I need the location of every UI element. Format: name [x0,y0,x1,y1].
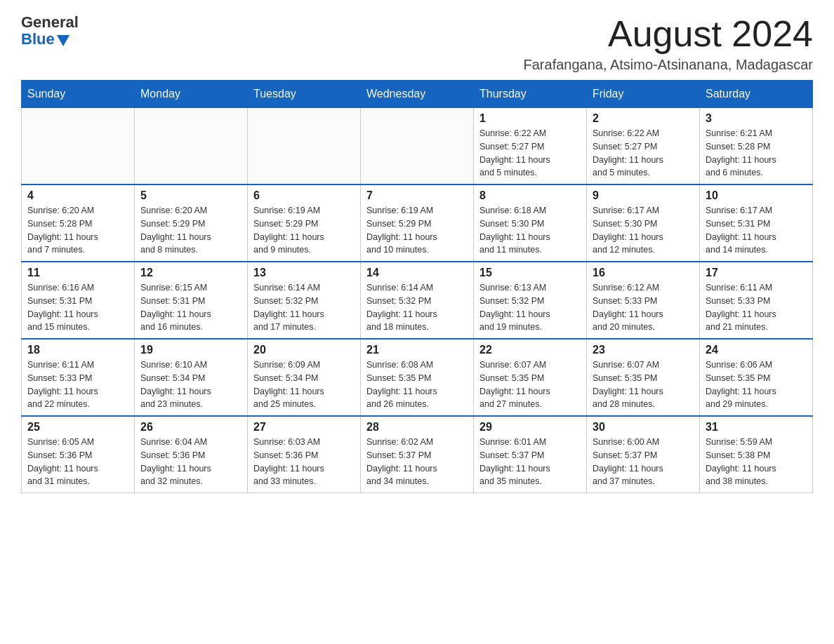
calendar-week-row: 4Sunrise: 6:20 AMSunset: 5:28 PMDaylight… [22,185,813,262]
calendar-day-cell: 23Sunrise: 6:07 AMSunset: 5:35 PMDayligh… [587,339,700,416]
day-info: Sunrise: 6:13 AMSunset: 5:32 PMDaylight:… [479,281,581,334]
calendar-day-cell: 30Sunrise: 6:00 AMSunset: 5:37 PMDayligh… [587,416,700,493]
day-number: 29 [479,421,581,434]
calendar-week-row: 25Sunrise: 6:05 AMSunset: 5:36 PMDayligh… [22,416,813,493]
calendar-day-cell: 17Sunrise: 6:11 AMSunset: 5:33 PMDayligh… [700,262,813,339]
day-info: Sunrise: 6:17 AMSunset: 5:31 PMDaylight:… [706,204,807,257]
day-of-week-header: Saturday [700,81,813,108]
day-number: 10 [706,189,807,202]
page-header: General Blue August 2024 Farafangana, At… [21,14,813,73]
calendar-day-cell: 3Sunrise: 6:21 AMSunset: 5:28 PMDaylight… [700,108,813,185]
calendar-day-cell [361,108,474,185]
calendar-day-cell: 29Sunrise: 6:01 AMSunset: 5:37 PMDayligh… [474,416,587,493]
calendar-day-cell: 27Sunrise: 6:03 AMSunset: 5:36 PMDayligh… [248,416,361,493]
calendar-day-cell [248,108,361,185]
day-number: 6 [253,189,355,202]
day-of-week-header: Friday [587,81,700,108]
day-number: 16 [593,267,694,279]
calendar-header-row: SundayMondayTuesdayWednesdayThursdayFrid… [22,81,813,108]
day-info: Sunrise: 6:01 AMSunset: 5:37 PMDaylight:… [479,436,581,488]
day-info: Sunrise: 6:05 AMSunset: 5:36 PMDaylight:… [27,436,128,488]
day-info: Sunrise: 6:11 AMSunset: 5:33 PMDaylight:… [27,358,128,411]
calendar-day-cell: 5Sunrise: 6:20 AMSunset: 5:29 PMDaylight… [135,185,248,262]
day-info: Sunrise: 6:15 AMSunset: 5:31 PMDaylight:… [140,281,241,334]
calendar-day-cell: 2Sunrise: 6:22 AMSunset: 5:27 PMDaylight… [587,108,700,185]
calendar-day-cell: 20Sunrise: 6:09 AMSunset: 5:34 PMDayligh… [248,339,361,416]
day-of-week-header: Thursday [474,81,587,108]
calendar-day-cell: 28Sunrise: 6:02 AMSunset: 5:37 PMDayligh… [361,416,474,493]
day-number: 4 [27,189,128,202]
day-number: 28 [366,421,468,434]
day-number: 11 [27,267,128,279]
day-info: Sunrise: 6:06 AMSunset: 5:35 PMDaylight:… [706,358,807,411]
day-info: Sunrise: 6:16 AMSunset: 5:31 PMDaylight:… [27,281,128,334]
day-number: 13 [253,267,355,279]
day-info: Sunrise: 6:20 AMSunset: 5:28 PMDaylight:… [27,204,128,257]
day-number: 3 [706,112,807,125]
calendar-day-cell: 19Sunrise: 6:10 AMSunset: 5:34 PMDayligh… [135,339,248,416]
day-number: 17 [706,267,807,279]
day-number: 27 [253,421,355,434]
day-of-week-header: Monday [135,81,248,108]
day-number: 12 [140,267,241,279]
day-info: Sunrise: 6:17 AMSunset: 5:30 PMDaylight:… [593,204,694,257]
calendar-day-cell: 24Sunrise: 6:06 AMSunset: 5:35 PMDayligh… [700,339,813,416]
day-number: 8 [479,189,581,202]
day-number: 7 [366,189,468,202]
calendar-day-cell: 15Sunrise: 6:13 AMSunset: 5:32 PMDayligh… [474,262,587,339]
day-info: Sunrise: 6:07 AMSunset: 5:35 PMDaylight:… [479,358,581,411]
day-number: 26 [140,421,241,434]
day-of-week-header: Sunday [22,81,135,108]
day-info: Sunrise: 6:10 AMSunset: 5:34 PMDaylight:… [140,358,241,411]
day-info: Sunrise: 6:04 AMSunset: 5:36 PMDaylight:… [140,436,241,488]
logo-general: General [21,14,79,31]
day-info: Sunrise: 6:21 AMSunset: 5:28 PMDaylight:… [706,127,807,180]
day-number: 1 [479,112,581,125]
day-info: Sunrise: 6:07 AMSunset: 5:35 PMDaylight:… [593,358,694,411]
calendar-day-cell: 10Sunrise: 6:17 AMSunset: 5:31 PMDayligh… [700,185,813,262]
day-number: 25 [27,421,128,434]
day-info: Sunrise: 6:22 AMSunset: 5:27 PMDaylight:… [593,127,694,180]
day-number: 18 [27,344,128,356]
calendar-day-cell: 13Sunrise: 6:14 AMSunset: 5:32 PMDayligh… [248,262,361,339]
location-subtitle: Farafangana, Atsimo-Atsinanana, Madagasc… [524,57,813,73]
day-number: 14 [366,267,468,279]
day-number: 15 [479,267,581,279]
day-number: 19 [140,344,241,356]
calendar-week-row: 11Sunrise: 6:16 AMSunset: 5:31 PMDayligh… [22,262,813,339]
day-info: Sunrise: 6:09 AMSunset: 5:34 PMDaylight:… [253,358,355,411]
day-number: 5 [140,189,241,202]
calendar-day-cell [135,108,248,185]
day-number: 31 [706,421,807,434]
day-number: 23 [593,344,694,356]
calendar-day-cell: 18Sunrise: 6:11 AMSunset: 5:33 PMDayligh… [22,339,135,416]
month-year-title: August 2024 [524,14,813,54]
day-info: Sunrise: 6:00 AMSunset: 5:37 PMDaylight:… [593,436,694,488]
day-info: Sunrise: 6:12 AMSunset: 5:33 PMDaylight:… [593,281,694,334]
day-info: Sunrise: 6:22 AMSunset: 5:27 PMDaylight:… [479,127,581,180]
day-number: 21 [366,344,468,356]
day-of-week-header: Wednesday [361,81,474,108]
day-number: 9 [593,189,694,202]
day-info: Sunrise: 6:19 AMSunset: 5:29 PMDaylight:… [253,204,355,257]
calendar-day-cell: 4Sunrise: 6:20 AMSunset: 5:28 PMDaylight… [22,185,135,262]
day-number: 24 [706,344,807,356]
calendar-day-cell: 22Sunrise: 6:07 AMSunset: 5:35 PMDayligh… [474,339,587,416]
calendar-week-row: 18Sunrise: 6:11 AMSunset: 5:33 PMDayligh… [22,339,813,416]
calendar-day-cell: 25Sunrise: 6:05 AMSunset: 5:36 PMDayligh… [22,416,135,493]
day-number: 30 [593,421,694,434]
day-info: Sunrise: 6:08 AMSunset: 5:35 PMDaylight:… [366,358,468,411]
svg-marker-0 [57,35,70,46]
calendar-day-cell: 1Sunrise: 6:22 AMSunset: 5:27 PMDaylight… [474,108,587,185]
day-info: Sunrise: 6:11 AMSunset: 5:33 PMDaylight:… [706,281,807,334]
calendar-day-cell: 31Sunrise: 5:59 AMSunset: 5:38 PMDayligh… [700,416,813,493]
logo-triangle-icon [57,32,72,48]
calendar-week-row: 1Sunrise: 6:22 AMSunset: 5:27 PMDaylight… [22,108,813,185]
day-info: Sunrise: 6:14 AMSunset: 5:32 PMDaylight:… [253,281,355,334]
calendar-day-cell: 9Sunrise: 6:17 AMSunset: 5:30 PMDaylight… [587,185,700,262]
calendar-day-cell: 16Sunrise: 6:12 AMSunset: 5:33 PMDayligh… [587,262,700,339]
day-info: Sunrise: 5:59 AMSunset: 5:38 PMDaylight:… [706,436,807,488]
calendar-day-cell: 7Sunrise: 6:19 AMSunset: 5:29 PMDaylight… [361,185,474,262]
day-number: 20 [253,344,355,356]
calendar-table: SundayMondayTuesdayWednesdayThursdayFrid… [21,80,813,493]
